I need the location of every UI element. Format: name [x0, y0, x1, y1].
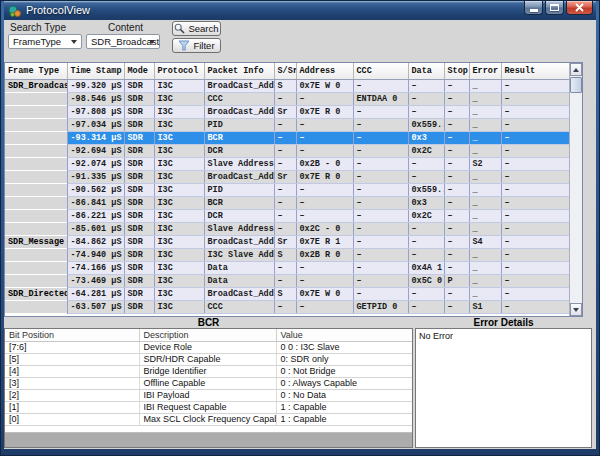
grid-cell: -97.808 µS [67, 105, 124, 118]
error-details-text: No Error [416, 329, 591, 343]
grid-row[interactable]: -92.074 µSSDRI3CSlave Address–0x2B - 0––… [5, 157, 569, 170]
scroll-down-button[interactable] [570, 303, 582, 316]
grid-column-header[interactable]: S/Sr [274, 63, 296, 79]
grid-row[interactable]: -74.940 µSSDRI3CI3C Slave Add...S0x2B R … [5, 248, 569, 261]
grid-cell: – [353, 209, 408, 222]
window-title: ProtocolView [26, 1, 90, 20]
grid-row[interactable]: SDR_Directed-64.281 µSSDRI3CBroadCast_Ad… [5, 287, 569, 300]
close-button[interactable] [566, 1, 593, 15]
funnel-icon [178, 40, 190, 51]
grid-row-selected[interactable]: -93.314 µSSDRI3CBCR–––0x3–_– [5, 131, 569, 144]
grid-column-header[interactable]: Protocol [154, 63, 204, 79]
grid-cell: – [353, 105, 408, 118]
grid-column-header[interactable]: Address [296, 63, 353, 79]
grid-cell: I3C [154, 118, 204, 131]
grid-cell: PID [204, 118, 274, 131]
grid-row[interactable]: -74.166 µSSDRI3CData–––0x4A 1–_– [5, 261, 569, 274]
bcr-header-row: Bit PositionDescriptionValue [5, 329, 412, 341]
filter-button-label: Filter [193, 40, 214, 51]
grid-column-header[interactable]: Mode [124, 63, 154, 79]
bcr-row: [2]IBI Payload0 : No Data [5, 389, 412, 401]
grid-cell: _ [469, 105, 501, 118]
grid-cell: SDR [124, 92, 154, 105]
scrollbar-thumb[interactable] [570, 77, 582, 93]
grid-cell: – [274, 144, 296, 157]
grid-row[interactable]: SDR_Message-84.862 µSSDRI3CBroadCast_Add… [5, 235, 569, 248]
grid-cell: 0x2B - 0 [296, 157, 353, 170]
grid-cell [5, 131, 67, 144]
grid-cell: -91.335 µS [67, 170, 124, 183]
grid-row[interactable]: -97.034 µSSDRI3CPID–––0x559...–_– [5, 118, 569, 131]
grid-cell: _ [469, 170, 501, 183]
grid-row[interactable]: -98.546 µSSDRI3CCCC––ENTDAA 0––_– [5, 92, 569, 105]
client-area: Search Type Content FrameType SDR_Broadc… [4, 20, 596, 449]
grid-cell: -90.562 µS [67, 183, 124, 196]
maximize-button[interactable] [545, 1, 564, 15]
grid-cell: 0x7E R 0 [296, 170, 353, 183]
bcr-column-header: Description [139, 329, 276, 341]
grid-row[interactable]: -91.335 µSSDRI3CBroadCast_Add...Sr0x7E R… [5, 170, 569, 183]
grid-column-header[interactable]: CCC [353, 63, 408, 79]
grid-cell [5, 196, 67, 209]
grid-cell: I3C [154, 261, 204, 274]
content-select[interactable]: SDR_Broadcast [86, 34, 160, 49]
grid-cell: – [353, 131, 408, 144]
grid-cell: S [274, 79, 296, 92]
bcr-row: [0]Max SCL Clock Frequency Capable1 : Ca… [5, 413, 412, 425]
grid-cell: SDR_Message [5, 235, 67, 248]
grid-column-header[interactable]: Stop [444, 63, 469, 79]
grid-cell: SDR [124, 144, 154, 157]
grid-cell: – [501, 105, 569, 118]
search-type-label: Search Type [10, 22, 66, 33]
grid-cell: SDR [124, 209, 154, 222]
bcr-cell: [4] [5, 365, 139, 377]
grid-cell: -98.546 µS [67, 92, 124, 105]
grid-row[interactable]: SDR_Broadcast-99.320 µSSDRI3CBroadCast_A… [5, 79, 569, 92]
grid-cell: 0x3 [408, 196, 444, 209]
grid-row[interactable]: -90.562 µSSDRI3CPID–––0x559...–_– [5, 183, 569, 196]
grid-cell: – [501, 261, 569, 274]
bcr-row: [3]Offline Capable0 : Always Capable [5, 377, 412, 389]
grid-row[interactable]: -63.507 µSSDRI3CCCC––GETPID 0––S1– [5, 300, 569, 313]
grid-cell: – [444, 92, 469, 105]
grid-row[interactable]: -85.601 µSSDRI3CSlave Address–0x2C - 0––… [5, 222, 569, 235]
grid-row[interactable]: -86.221 µSSDRI3CDCR–––0x2C–_– [5, 209, 569, 222]
grid-row[interactable]: -97.808 µSSDRI3CBroadCast_Add...Sr0x7E R… [5, 105, 569, 118]
filter-button[interactable]: Filter [172, 38, 221, 53]
grid-column-header[interactable]: Frame Type [5, 63, 67, 79]
grid-row[interactable]: -73.469 µSSDRI3CData–––0x5C 0P_– [5, 274, 569, 287]
scroll-up-button[interactable] [570, 63, 582, 76]
minimize-button[interactable] [524, 1, 543, 15]
grid-cell: Data [204, 274, 274, 287]
bcr-column-header: Bit Position [5, 329, 139, 341]
grid-cell: – [444, 157, 469, 170]
grid-cell: – [296, 209, 353, 222]
grid-cell: I3C [154, 79, 204, 92]
bcr-cell: [0] [5, 413, 139, 425]
bcr-cell: 0 : No Data [276, 389, 412, 401]
grid-column-header[interactable]: Error [469, 63, 501, 79]
grid-cell: – [274, 183, 296, 196]
protocol-grid-table: Frame TypeTime StampModeProtocolPacket I… [5, 63, 570, 314]
grid-cell: – [353, 222, 408, 235]
search-button[interactable]: Search [172, 21, 221, 36]
grid-cell: Slave Address [204, 157, 274, 170]
titlebar[interactable]: ProtocolView [4, 1, 596, 20]
grid-scrollbar[interactable] [569, 63, 582, 316]
grid-cell: – [501, 248, 569, 261]
grid-cell: SDR_Directed [5, 287, 67, 300]
grid-cell: – [501, 300, 569, 313]
search-type-select[interactable]: FrameType [8, 34, 82, 49]
grid-column-header[interactable]: Packet Info [204, 63, 274, 79]
grid-row[interactable]: -92.694 µSSDRI3CDCR–––0x2C–_– [5, 144, 569, 157]
bcr-row: [7:6]Device Role0 0 : I3C Slave [5, 341, 412, 353]
grid-cell: I3C [154, 170, 204, 183]
grid-cell: -86.841 µS [67, 196, 124, 209]
grid-cell: _ [469, 248, 501, 261]
grid-row[interactable]: -86.841 µSSDRI3CBCR–––0x3–_– [5, 196, 569, 209]
grid-column-header[interactable]: Data [408, 63, 444, 79]
grid-column-header[interactable]: Result [501, 63, 569, 79]
grid-cell: – [353, 170, 408, 183]
grid-cell: – [501, 183, 569, 196]
grid-column-header[interactable]: Time Stamp [67, 63, 124, 79]
